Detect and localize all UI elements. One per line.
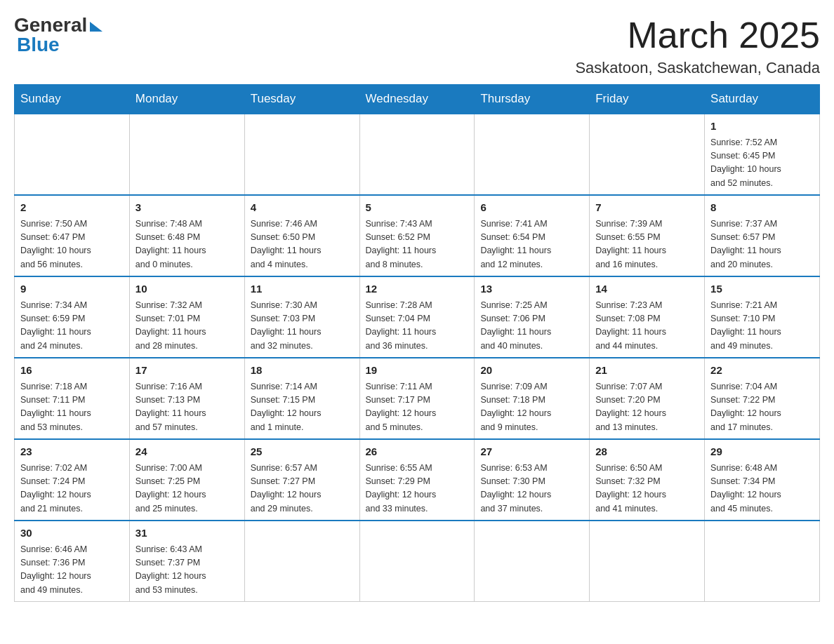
calendar-cell: 16Sunrise: 7:18 AM Sunset: 7:11 PM Dayli… [15, 358, 130, 439]
calendar-cell: 1Sunrise: 7:52 AM Sunset: 6:45 PM Daylig… [705, 114, 820, 195]
day-info: Sunrise: 6:50 AM Sunset: 7:32 PM Dayligh… [595, 462, 699, 516]
day-number: 2 [20, 200, 124, 216]
day-info: Sunrise: 7:04 AM Sunset: 7:22 PM Dayligh… [710, 380, 814, 435]
day-info: Sunrise: 7:18 AM Sunset: 7:11 PM Dayligh… [20, 380, 124, 435]
calendar-cell: 25Sunrise: 6:57 AM Sunset: 7:27 PM Dayli… [244, 439, 359, 521]
day-number: 1 [710, 119, 814, 135]
day-info: Sunrise: 7:23 AM Sunset: 7:08 PM Dayligh… [595, 299, 699, 354]
day-number: 25 [251, 444, 354, 460]
day-number: 3 [135, 200, 239, 216]
calendar-cell [590, 521, 705, 602]
day-info: Sunrise: 7:50 AM Sunset: 6:47 PM Dayligh… [20, 217, 124, 272]
day-number: 6 [480, 200, 583, 216]
logo: General Blue [14, 14, 102, 56]
day-info: Sunrise: 7:48 AM Sunset: 6:48 PM Dayligh… [135, 217, 239, 272]
calendar-cell: 3Sunrise: 7:48 AM Sunset: 6:48 PM Daylig… [129, 195, 244, 276]
calendar-cell: 29Sunrise: 6:48 AM Sunset: 7:34 PM Dayli… [705, 439, 820, 521]
calendar-cell: 12Sunrise: 7:28 AM Sunset: 7:04 PM Dayli… [359, 276, 475, 358]
calendar-cell [15, 114, 130, 195]
calendar-cell: 30Sunrise: 6:46 AM Sunset: 7:36 PM Dayli… [15, 521, 130, 602]
logo-triangle-icon [90, 22, 102, 32]
calendar-cell: 6Sunrise: 7:41 AM Sunset: 6:54 PM Daylig… [475, 195, 590, 276]
weekday-header-sunday: Sunday [15, 85, 130, 114]
day-info: Sunrise: 7:16 AM Sunset: 7:13 PM Dayligh… [135, 380, 239, 435]
day-number: 17 [135, 363, 239, 379]
day-number: 14 [595, 281, 699, 297]
calendar-week-6: 30Sunrise: 6:46 AM Sunset: 7:36 PM Dayli… [15, 521, 820, 602]
calendar-cell [244, 521, 359, 602]
calendar-cell: 5Sunrise: 7:43 AM Sunset: 6:52 PM Daylig… [359, 195, 475, 276]
calendar-cell [244, 114, 359, 195]
calendar-cell [359, 114, 475, 195]
calendar-header-row: SundayMondayTuesdayWednesdayThursdayFrid… [15, 85, 820, 114]
calendar-cell [705, 521, 820, 602]
day-info: Sunrise: 7:25 AM Sunset: 7:06 PM Dayligh… [480, 299, 583, 354]
day-info: Sunrise: 7:39 AM Sunset: 6:55 PM Dayligh… [595, 217, 699, 272]
day-number: 18 [251, 363, 354, 379]
day-info: Sunrise: 7:46 AM Sunset: 6:50 PM Dayligh… [251, 217, 354, 272]
weekday-header-wednesday: Wednesday [359, 85, 475, 114]
calendar-table: SundayMondayTuesdayWednesdayThursdayFrid… [14, 84, 820, 602]
calendar-cell [475, 114, 590, 195]
weekday-header-saturday: Saturday [705, 85, 820, 114]
weekday-header-monday: Monday [129, 85, 244, 114]
day-number: 22 [710, 363, 814, 379]
day-number: 24 [135, 444, 239, 460]
day-info: Sunrise: 7:34 AM Sunset: 6:59 PM Dayligh… [20, 299, 124, 354]
calendar-cell: 2Sunrise: 7:50 AM Sunset: 6:47 PM Daylig… [15, 195, 130, 276]
day-number: 20 [480, 363, 583, 379]
day-number: 19 [366, 363, 469, 379]
day-info: Sunrise: 7:37 AM Sunset: 6:57 PM Dayligh… [710, 217, 814, 272]
day-number: 7 [595, 200, 699, 216]
calendar-cell: 28Sunrise: 6:50 AM Sunset: 7:32 PM Dayli… [590, 439, 705, 521]
day-info: Sunrise: 7:14 AM Sunset: 7:15 PM Dayligh… [251, 380, 354, 435]
day-info: Sunrise: 6:57 AM Sunset: 7:27 PM Dayligh… [251, 462, 354, 516]
calendar-week-5: 23Sunrise: 7:02 AM Sunset: 7:24 PM Dayli… [15, 439, 820, 521]
day-number: 16 [20, 363, 124, 379]
weekday-header-friday: Friday [590, 85, 705, 114]
day-info: Sunrise: 7:07 AM Sunset: 7:20 PM Dayligh… [595, 380, 699, 435]
day-number: 28 [595, 444, 699, 460]
calendar-cell: 17Sunrise: 7:16 AM Sunset: 7:13 PM Dayli… [129, 358, 244, 439]
day-number: 11 [251, 281, 354, 297]
calendar-cell: 8Sunrise: 7:37 AM Sunset: 6:57 PM Daylig… [705, 195, 820, 276]
day-info: Sunrise: 6:53 AM Sunset: 7:30 PM Dayligh… [480, 462, 583, 516]
day-info: Sunrise: 7:09 AM Sunset: 7:18 PM Dayligh… [480, 380, 583, 435]
weekday-header-thursday: Thursday [475, 85, 590, 114]
calendar-cell: 4Sunrise: 7:46 AM Sunset: 6:50 PM Daylig… [244, 195, 359, 276]
day-number: 8 [710, 200, 814, 216]
day-number: 9 [20, 281, 124, 297]
day-info: Sunrise: 6:55 AM Sunset: 7:29 PM Dayligh… [366, 462, 469, 516]
calendar-cell: 31Sunrise: 6:43 AM Sunset: 7:37 PM Dayli… [129, 521, 244, 602]
calendar-cell: 14Sunrise: 7:23 AM Sunset: 7:08 PM Dayli… [590, 276, 705, 358]
calendar-cell [475, 521, 590, 602]
day-info: Sunrise: 7:52 AM Sunset: 6:45 PM Dayligh… [710, 136, 814, 191]
calendar-cell: 20Sunrise: 7:09 AM Sunset: 7:18 PM Dayli… [475, 358, 590, 439]
day-info: Sunrise: 7:11 AM Sunset: 7:17 PM Dayligh… [366, 380, 469, 435]
calendar-cell: 26Sunrise: 6:55 AM Sunset: 7:29 PM Dayli… [359, 439, 475, 521]
calendar-cell [590, 114, 705, 195]
day-info: Sunrise: 7:43 AM Sunset: 6:52 PM Dayligh… [366, 217, 469, 272]
page-header: General Blue March 2025 Saskatoon, Saska… [14, 14, 820, 77]
title-block: March 2025 Saskatoon, Saskatchewan, Cana… [575, 14, 820, 77]
calendar-cell: 11Sunrise: 7:30 AM Sunset: 7:03 PM Dayli… [244, 276, 359, 358]
day-number: 21 [595, 363, 699, 379]
day-number: 27 [480, 444, 583, 460]
day-info: Sunrise: 7:02 AM Sunset: 7:24 PM Dayligh… [20, 462, 124, 516]
day-info: Sunrise: 7:21 AM Sunset: 7:10 PM Dayligh… [710, 299, 814, 354]
calendar-cell: 19Sunrise: 7:11 AM Sunset: 7:17 PM Dayli… [359, 358, 475, 439]
day-number: 30 [20, 525, 124, 542]
calendar-cell [129, 114, 244, 195]
day-number: 4 [251, 200, 354, 216]
day-number: 31 [135, 525, 239, 542]
calendar-cell: 10Sunrise: 7:32 AM Sunset: 7:01 PM Dayli… [129, 276, 244, 358]
day-info: Sunrise: 7:41 AM Sunset: 6:54 PM Dayligh… [480, 217, 583, 272]
calendar-cell: 21Sunrise: 7:07 AM Sunset: 7:20 PM Dayli… [590, 358, 705, 439]
calendar-cell: 24Sunrise: 7:00 AM Sunset: 7:25 PM Dayli… [129, 439, 244, 521]
day-number: 15 [710, 281, 814, 297]
day-number: 10 [135, 281, 239, 297]
logo-blue-text: Blue [17, 34, 60, 56]
day-info: Sunrise: 6:48 AM Sunset: 7:34 PM Dayligh… [710, 462, 814, 516]
calendar-week-3: 9Sunrise: 7:34 AM Sunset: 6:59 PM Daylig… [15, 276, 820, 358]
day-number: 23 [20, 444, 124, 460]
